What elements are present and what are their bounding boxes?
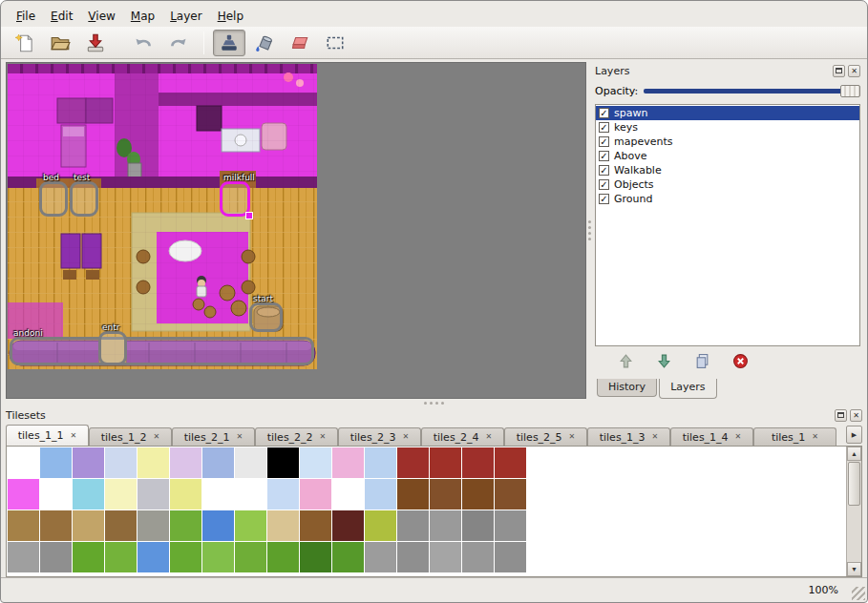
tileset-tile[interactable] [105,447,137,478]
new-map-button[interactable] [9,30,41,56]
tileset-tile[interactable] [397,510,429,541]
tileset-tile[interactable] [105,542,137,572]
scroll-down-button[interactable]: ▼ [847,562,861,576]
save-map-button[interactable] [79,30,112,56]
tileset-tile[interactable] [462,542,494,572]
tileset-tile[interactable] [202,447,234,478]
tileset-tile[interactable] [40,479,72,509]
tileset-tile[interactable] [495,447,526,478]
menu-file[interactable]: File [9,7,43,26]
tileset-tile[interactable] [202,479,234,509]
scroll-tabs-right-button[interactable]: ▶ [846,426,862,444]
tileset-tile[interactable] [495,479,526,509]
tileset-tile[interactable] [300,542,331,572]
tileset-tile[interactable] [235,542,266,572]
close-tab-icon[interactable]: ✕ [154,433,160,441]
tileset-tab[interactable]: tiles_1_3 ✕ [587,427,670,446]
tileset-tile[interactable] [73,479,104,509]
redo-button[interactable] [162,30,195,56]
scroll-up-button[interactable]: ▲ [847,447,861,461]
splitter-vertical[interactable] [586,62,593,399]
tileset-tile[interactable] [138,479,169,509]
opacity-slider[interactable] [644,84,860,97]
layer-row-above[interactable]: ✓ Above [596,149,859,163]
menu-help[interactable]: Help [210,7,251,26]
layer-row-mapevents[interactable]: ✓ mapevents [596,135,859,149]
tileset-tile[interactable] [462,510,494,541]
tileset-tile[interactable] [267,510,299,541]
close-tab-icon[interactable]: ✕ [403,433,410,441]
delete-layer-button[interactable] [729,351,752,374]
map-object-milkfull[interactable]: milkfull [220,181,250,217]
layer-visibility-checkbox[interactable]: ✓ [599,165,609,176]
tileset-tab[interactable]: tiles_1_1 ✕ [6,425,89,446]
close-tab-icon[interactable]: ✕ [237,433,243,441]
tileset-tile[interactable] [267,479,299,509]
tileset-tile[interactable] [235,510,266,541]
tileset-tile[interactable] [40,542,72,572]
tileset-tile[interactable] [170,479,201,509]
tileset-tile[interactable] [40,447,72,478]
tileset-tile[interactable] [332,542,364,572]
tileset-tab[interactable]: tiles_2_5 ✕ [504,427,587,446]
bucket-fill-tool-button[interactable] [248,30,281,56]
tileset-tile[interactable] [430,447,461,478]
close-tab-icon[interactable]: ✕ [569,433,576,441]
map-object-andoni[interactable]: andoni [10,337,314,365]
tileset-tile[interactable] [300,447,331,478]
tileset-tile[interactable] [202,542,234,572]
tileset-tile[interactable] [8,542,39,572]
raise-layer-button[interactable] [614,351,637,374]
menu-edit[interactable]: Edit [43,7,80,26]
scrollbar-track[interactable] [847,507,861,562]
tileset-tile[interactable] [462,479,494,509]
layer-visibility-checkbox[interactable]: ✓ [599,151,609,161]
tileset-tab[interactable]: tiles_2_2 ✕ [255,427,338,446]
tileset-tile[interactable] [495,510,526,541]
layer-visibility-checkbox[interactable]: ✓ [599,108,609,118]
layer-visibility-checkbox[interactable]: ✓ [599,194,609,204]
tileset-tile[interactable] [300,479,331,509]
layer-row-keys[interactable]: ✓ keys [596,120,859,135]
tileset-tile[interactable] [267,542,299,572]
map-object-entr[interactable]: entr [98,331,127,365]
layer-row-walkable[interactable]: ✓ Walkable [596,163,859,177]
map-object-test[interactable]: test [70,181,98,217]
layer-row-spawn[interactable]: ✓ spawn [596,106,859,120]
tileset-tile[interactable] [138,447,169,478]
tileset-tile[interactable] [365,447,396,478]
tileset-tile[interactable] [105,479,137,509]
open-map-button[interactable] [44,30,76,56]
layer-row-objects[interactable]: ✓ Objects [596,177,859,192]
scrollbar-thumb[interactable] [848,462,860,506]
tileset-scrollbar[interactable]: ▲ ▼ [846,447,861,576]
duplicate-layer-button[interactable] [690,351,713,374]
close-tab-icon[interactable]: ✕ [486,433,493,441]
tileset-tile[interactable] [365,479,396,509]
tileset-tile[interactable] [332,447,364,478]
tileset-tile[interactable] [138,510,169,541]
tileset-tile[interactable] [73,447,104,478]
tileset-tile[interactable] [365,542,396,572]
layer-row-ground[interactable]: ✓ Ground [596,192,859,206]
layer-visibility-checkbox[interactable]: ✓ [599,136,609,147]
tileset-tile[interactable] [365,510,396,541]
tileset-tile[interactable] [332,479,364,509]
layer-visibility-checkbox[interactable]: ✓ [599,122,609,133]
tileset-tile[interactable] [8,510,39,541]
close-panel-button[interactable]: ✕ [850,409,862,422]
tileset-tile[interactable] [73,510,104,541]
tileset-tile[interactable] [138,542,169,572]
tileset-tile[interactable] [495,542,526,572]
stamp-brush-tool-button[interactable] [213,30,245,56]
map-view[interactable]: andoni bed test milkfull start entr [6,62,586,399]
float-panel-button[interactable] [833,65,845,77]
tileset-tile[interactable] [430,479,461,509]
tileset-tile[interactable] [397,542,429,572]
tileset-tile[interactable] [202,510,234,541]
tileset-tile[interactable] [8,479,39,509]
map-object-bed[interactable]: bed [39,181,68,217]
tileset-tile[interactable] [235,447,266,478]
tileset-tile[interactable] [267,447,299,478]
tileset-tile[interactable] [170,542,201,572]
